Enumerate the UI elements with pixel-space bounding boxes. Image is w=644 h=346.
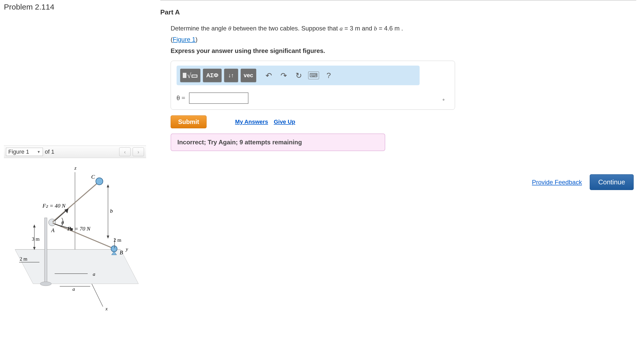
svg-point-11 <box>96 178 103 185</box>
svg-marker-24 <box>33 224 36 227</box>
answer-box: √▭ ΑΣΦ ↓↑ vec ↶ ↷ ↻ <box>171 61 455 110</box>
submit-button[interactable]: Submit <box>171 115 207 128</box>
chevron-left-icon: ‹ <box>124 149 126 155</box>
theta-input[interactable] <box>189 92 248 104</box>
svg-text:F₂ = 40 N: F₂ = 40 N <box>42 203 66 209</box>
svg-text:A: A <box>51 227 55 233</box>
chevron-right-icon: › <box>138 149 139 155</box>
svg-line-10 <box>53 182 99 222</box>
svg-text:θ: θ <box>61 220 64 225</box>
figure-nav-bar: Figure 1 ▼ of 1 ‹ › <box>4 146 146 158</box>
redo-button[interactable]: ↷ <box>277 69 290 82</box>
figure-diagram: z y x <box>4 161 146 321</box>
chevron-down-icon: ▼ <box>37 150 41 154</box>
redo-icon: ↷ <box>281 71 287 80</box>
svg-text:x: x <box>105 306 108 311</box>
equation-toolbar: √▭ ΑΣΦ ↓↑ vec ↶ ↷ ↻ <box>177 66 420 85</box>
figure-next-button[interactable]: › <box>133 147 144 156</box>
svg-point-13 <box>111 246 117 252</box>
svg-text:B: B <box>120 249 123 256</box>
svg-text:C: C <box>91 174 95 180</box>
svg-text:F₁ = 70 N: F₁ = 70 N <box>67 226 91 232</box>
keyboard-button[interactable]: ⌨ <box>307 69 320 82</box>
figure-link[interactable]: Figure 1 <box>173 36 195 43</box>
templates-button[interactable]: √▭ <box>180 69 200 82</box>
input-label: θ = <box>177 94 185 102</box>
undo-button[interactable]: ↶ <box>262 69 275 82</box>
updown-arrow-icon: ↓↑ <box>228 72 234 79</box>
figure-prev-button[interactable]: ‹ <box>119 147 131 156</box>
figure-count: of 1 <box>45 148 55 155</box>
svg-text:3 m: 3 m <box>32 236 40 242</box>
continue-button[interactable]: Continue <box>590 174 634 190</box>
problem-title: Problem 2.114 <box>4 3 146 11</box>
reset-icon: ↻ <box>296 71 302 80</box>
svg-text:y: y <box>125 246 128 252</box>
svg-text:a: a <box>93 271 95 277</box>
svg-rect-7 <box>44 218 47 284</box>
feedback-message: Incorrect; Try Again; 9 attempts remaini… <box>171 133 385 151</box>
divider <box>160 0 636 1</box>
my-answers-link[interactable]: My Answers <box>235 119 268 125</box>
svg-text:b: b <box>110 208 113 214</box>
provide-feedback-link[interactable]: Provide Feedback <box>532 179 582 186</box>
svg-text:2 m: 2 m <box>20 256 27 262</box>
help-icon: ? <box>327 71 331 80</box>
keyboard-icon: ⌨ <box>308 72 319 79</box>
help-button[interactable]: ? <box>322 69 335 82</box>
figure-select-label: Figure 1 <box>8 148 29 155</box>
vec-button[interactable]: vec <box>241 69 256 82</box>
svg-marker-21 <box>107 235 109 239</box>
template-block-icon <box>183 73 186 78</box>
instruction-text: Express your answer using three signific… <box>171 47 636 54</box>
svg-point-8 <box>40 282 51 286</box>
svg-marker-20 <box>107 184 109 187</box>
part-title: Part A <box>160 8 636 16</box>
svg-text:a: a <box>72 286 75 292</box>
unit-degree: ∘ <box>442 97 445 102</box>
greek-button[interactable]: ΑΣΦ <box>203 69 221 82</box>
svg-text:z: z <box>74 165 77 171</box>
subscript-button[interactable]: ↓↑ <box>224 69 238 82</box>
svg-text:2 m: 2 m <box>113 237 121 243</box>
figure-select[interactable]: Figure 1 ▼ <box>6 148 43 156</box>
radical-icon: √▭ <box>187 71 198 80</box>
give-up-link[interactable]: Give Up <box>274 119 295 125</box>
prompt-text: Determine the angle θ between the two ca… <box>171 24 636 33</box>
reset-button[interactable]: ↻ <box>292 69 305 82</box>
undo-icon: ↶ <box>266 71 272 80</box>
